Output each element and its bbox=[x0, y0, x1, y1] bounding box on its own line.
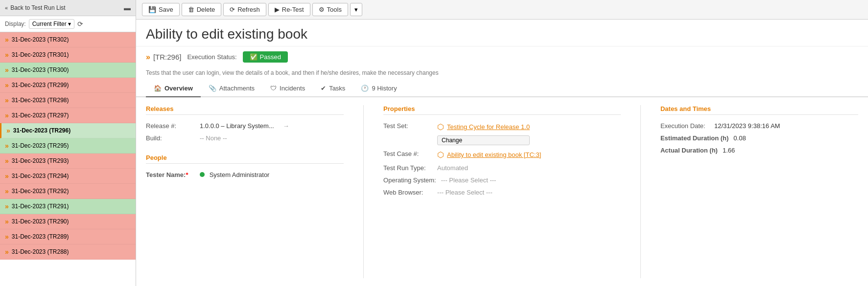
sidebar-item-label: 31-Dec-2023 (TR293) bbox=[12, 157, 69, 164]
display-label: Display: bbox=[5, 21, 26, 27]
releases-title: Releases bbox=[146, 105, 344, 115]
release-value: 1.0.0.0 – Library System... bbox=[200, 122, 274, 130]
sidebar-item-label: 31-Dec-2023 (TR290) bbox=[12, 218, 69, 225]
releases-people-section: Releases Release #: 1.0.0.0 – Library Sy… bbox=[146, 105, 344, 278]
arrow-icon: » bbox=[5, 157, 9, 165]
sidebar-collapse-button[interactable]: ▬ bbox=[124, 4, 131, 12]
check-icon: ✅ bbox=[250, 53, 258, 61]
arrow-icon: » bbox=[5, 66, 9, 74]
browser-label: Web Browser: bbox=[383, 189, 432, 196]
sidebar-item-tr289[interactable]: »31-Dec-2023 (TR289) bbox=[0, 229, 136, 244]
sidebar-item-label: 31-Dec-2023 (TR288) bbox=[12, 248, 69, 255]
arrow-icon: » bbox=[5, 233, 9, 241]
retest-label: Re-Test bbox=[282, 6, 304, 13]
release-label: Release #: bbox=[146, 122, 195, 130]
actual-duration-row: Actual Duration (h) 1.66 bbox=[660, 144, 858, 156]
tr-icon: » bbox=[146, 53, 150, 62]
properties-title: Properties bbox=[383, 105, 621, 115]
sidebar-item-tr294[interactable]: »31-Dec-2023 (TR294) bbox=[0, 169, 136, 184]
sidebar-item-tr301[interactable]: »31-Dec-2023 (TR301) bbox=[0, 47, 136, 63]
retest-icon: ▶ bbox=[275, 6, 280, 13]
save-label: Save bbox=[159, 6, 173, 13]
sidebar-item-label: 31-Dec-2023 (TR299) bbox=[12, 82, 69, 88]
tab-history-label: 9 History bbox=[372, 85, 397, 92]
test-set-icon: ⬡ bbox=[437, 122, 444, 132]
sidebar-item-tr291[interactable]: »31-Dec-2023 (TR291) bbox=[0, 199, 136, 214]
dates-title: Dates and Times bbox=[660, 105, 858, 115]
filter-label: Current Filter bbox=[32, 21, 67, 27]
sidebar-item-tr300[interactable]: »31-Dec-2023 (TR300) bbox=[0, 63, 136, 78]
tab-tasks[interactable]: ✔ Tasks bbox=[313, 80, 353, 97]
arrow-icon: » bbox=[5, 51, 9, 59]
refresh-label: Refresh bbox=[237, 6, 260, 13]
exec-date-value: 12/31/2023 9:38:16 AM bbox=[714, 122, 780, 130]
sidebar-item-tr296[interactable]: »31-Dec-2023 (TR296) bbox=[0, 123, 136, 138]
page-title: Ability to edit existing book bbox=[136, 20, 868, 46]
sidebar-item-tr297[interactable]: »31-Dec-2023 (TR297) bbox=[0, 108, 136, 123]
tr-id: [TR:296] bbox=[153, 53, 182, 61]
est-duration-label: Estimated Duration (h) bbox=[660, 134, 728, 142]
tester-online-dot bbox=[200, 172, 205, 177]
sidebar-refresh-button[interactable]: ⟳ bbox=[77, 20, 83, 28]
arrow-icon: » bbox=[5, 248, 9, 256]
sidebar-item-tr293[interactable]: »31-Dec-2023 (TR293) bbox=[0, 154, 136, 169]
dates-section: Dates and Times Execution Date: 12/31/20… bbox=[660, 105, 858, 278]
divider-1 bbox=[363, 105, 364, 278]
tab-incidents[interactable]: 🛡 Incidents bbox=[262, 80, 313, 97]
delete-button[interactable]: 🗑 Delete bbox=[182, 3, 222, 16]
sidebar-item-tr290[interactable]: »31-Dec-2023 (TR290) bbox=[0, 214, 136, 229]
required-star: * bbox=[186, 171, 188, 178]
properties-section: Properties Test Set: ⬡ Testing Cycle for… bbox=[383, 105, 621, 278]
sidebar-header: « Back to Test Run List ▬ bbox=[0, 0, 136, 16]
status-bar: » [TR:296] Execution Status: ✅ Passed bbox=[136, 46, 868, 67]
people-title: People bbox=[146, 154, 344, 164]
retest-button[interactable]: ▶ Re-Test bbox=[268, 3, 310, 16]
sidebar-item-tr295[interactable]: »31-Dec-2023 (TR295) bbox=[0, 138, 136, 154]
build-label: Build: bbox=[146, 134, 195, 142]
status-badge: ✅ Passed bbox=[243, 51, 288, 63]
status-description: Tests that the user can login, view the … bbox=[136, 67, 868, 80]
test-case-value[interactable]: Ability to edit existing book [TC:3] bbox=[447, 151, 541, 158]
change-button[interactable]: Change bbox=[437, 135, 530, 145]
refresh-button[interactable]: ⟳ Refresh bbox=[223, 3, 266, 16]
exec-date-label: Execution Date: bbox=[660, 122, 709, 130]
arrow-icon: » bbox=[5, 202, 9, 210]
sidebar-item-tr299[interactable]: »31-Dec-2023 (TR299) bbox=[0, 78, 136, 93]
back-to-list-button[interactable]: « Back to Test Run List bbox=[5, 4, 66, 11]
arrow-icon: → bbox=[283, 122, 289, 130]
delete-label: Delete bbox=[197, 6, 215, 13]
checkmark-icon: ✔ bbox=[321, 85, 326, 92]
arrow-icon: » bbox=[5, 36, 9, 44]
tools-button[interactable]: ⚙ Tools bbox=[312, 3, 348, 16]
test-set-value[interactable]: Testing Cycle for Release 1.0 bbox=[447, 123, 530, 131]
save-icon: 💾 bbox=[148, 6, 156, 13]
delete-icon: 🗑 bbox=[188, 6, 194, 13]
sidebar-item-tr298[interactable]: »31-Dec-2023 (TR298) bbox=[0, 93, 136, 108]
browser-row: Web Browser: --- Please Select --- bbox=[383, 186, 621, 198]
exec-date-row: Execution Date: 12/31/2023 9:38:16 AM bbox=[660, 120, 858, 132]
sidebar-item-label: 31-Dec-2023 (TR291) bbox=[12, 203, 69, 210]
home-icon: 🏠 bbox=[154, 85, 162, 92]
actual-duration-label: Actual Duration (h) bbox=[660, 147, 718, 154]
sidebar-item-tr288[interactable]: »31-Dec-2023 (TR288) bbox=[0, 244, 136, 260]
sidebar-item-tr292[interactable]: »31-Dec-2023 (TR292) bbox=[0, 184, 136, 199]
sidebar-item-tr302[interactable]: »31-Dec-2023 (TR302) bbox=[0, 32, 136, 47]
arrow-icon: » bbox=[5, 218, 9, 225]
status-value: Passed bbox=[260, 53, 281, 61]
sidebar-display-bar: Display: Current Filter ▾ ⟳ bbox=[0, 16, 136, 32]
toolbar-dropdown-button[interactable]: ▾ bbox=[350, 3, 362, 16]
actual-duration-value: 1.66 bbox=[723, 147, 735, 154]
main-content: 💾 Save 🗑 Delete ⟳ Refresh ▶ Re-Test ⚙ To… bbox=[136, 0, 868, 286]
tab-overview[interactable]: 🏠 Overview bbox=[146, 80, 201, 97]
build-row: Build: -- None -- bbox=[146, 132, 344, 144]
tools-label: Tools bbox=[327, 6, 342, 13]
tab-attachments-label: Attachments bbox=[219, 85, 255, 92]
sidebar-item-label: 31-Dec-2023 (TR301) bbox=[12, 51, 69, 58]
save-button[interactable]: 💾 Save bbox=[142, 3, 180, 16]
filter-select[interactable]: Current Filter ▾ bbox=[29, 19, 74, 29]
tab-history[interactable]: 🕐 9 History bbox=[353, 80, 404, 97]
arrow-icon: » bbox=[5, 81, 9, 89]
sidebar-item-label: 31-Dec-2023 (TR296) bbox=[13, 127, 70, 134]
tab-attachments[interactable]: 📎 Attachments bbox=[201, 80, 262, 97]
sidebar: « Back to Test Run List ▬ Display: Curre… bbox=[0, 0, 136, 286]
